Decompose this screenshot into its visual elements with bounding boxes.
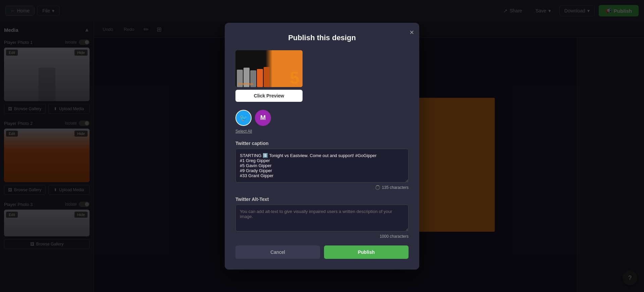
modal-cancel-button[interactable]: Cancel xyxy=(235,245,320,259)
preview-container: STARTING 5 Click Preview xyxy=(235,50,409,102)
preview-left: STARTING 5 Click Preview xyxy=(235,50,303,102)
twitter-alt-text-chars: 1000 characters xyxy=(380,234,409,239)
twitter-alt-text-char-count: 1000 characters xyxy=(235,234,409,239)
select-all-link[interactable]: Select All xyxy=(235,129,252,134)
twitter-bird-icon: 🐦 xyxy=(239,114,248,122)
twitter-caption-group: Twitter caption STARTING 5️⃣ Tonight vs … xyxy=(235,141,409,190)
close-icon: × xyxy=(410,28,414,36)
twitter-icon[interactable]: 🐦 xyxy=(235,110,252,126)
modal-cancel-label: Cancel xyxy=(270,249,285,255)
modal-overlay[interactable]: Publish this design × STARTING 5 xyxy=(0,0,644,292)
twitter-alt-text-group: Twitter Alt-Text 1000 characters xyxy=(235,197,409,239)
preview-design-bg: STARTING 5 xyxy=(235,50,303,87)
preview-thumbnail: STARTING 5 xyxy=(235,50,303,87)
modal-publish-button[interactable]: Publish xyxy=(324,245,409,259)
modal-close-button[interactable]: × xyxy=(410,28,414,37)
modal-footer: Cancel Publish xyxy=(235,245,409,259)
social-section: 🐦 M Select All xyxy=(235,110,409,134)
char-count-spinner xyxy=(375,185,380,190)
modal-publish-label: Publish xyxy=(358,249,375,255)
preview-player-5 xyxy=(264,67,270,87)
twitter-caption-label: Twitter caption xyxy=(235,141,409,146)
twitter-caption-input[interactable]: STARTING 5️⃣ Tonight vs Eastview. Come o… xyxy=(235,149,409,182)
twitter-caption-chars: 135 characters xyxy=(382,185,409,190)
twitter-alt-text-input[interactable] xyxy=(235,205,409,231)
publish-modal: Publish this design × STARTING 5 xyxy=(225,23,419,270)
click-preview-button[interactable]: Click Preview xyxy=(235,90,303,102)
social-icons-row: 🐦 M xyxy=(235,110,409,126)
preview-number: 5 xyxy=(290,70,299,86)
meta-m-icon: M xyxy=(260,114,266,122)
click-preview-label: Click Preview xyxy=(254,93,284,98)
twitter-alt-text-label: Twitter Alt-Text xyxy=(235,197,409,202)
twitter-caption-char-count: 135 characters xyxy=(235,185,409,190)
meta-icon[interactable]: M xyxy=(255,110,271,126)
modal-title: Publish this design xyxy=(235,33,409,42)
preview-starting-label: STARTING xyxy=(238,82,253,86)
preview-player-4 xyxy=(257,69,263,87)
